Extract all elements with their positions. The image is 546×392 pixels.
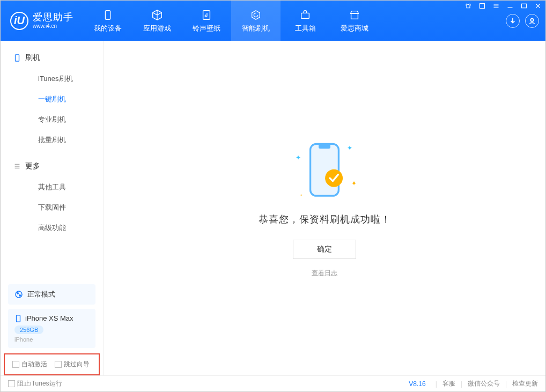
link-update[interactable]: 检查更新 xyxy=(512,379,538,388)
device-type: iPhone xyxy=(14,336,89,343)
nav-label: 智能刷机 xyxy=(242,24,270,33)
mode-label: 正常模式 xyxy=(27,290,55,299)
svg-rect-13 xyxy=(319,144,330,149)
sidebar-item-oneclick[interactable]: 一键刷机 xyxy=(13,89,103,109)
status-bar: 阻止iTunes运行 V8.16 | 客服 | 微信公众号 | 检查更新 xyxy=(1,375,545,391)
flash-options: 自动激活 跳过向导 xyxy=(4,353,100,375)
svg-rect-11 xyxy=(17,315,20,321)
logo-icon: iU xyxy=(10,12,28,30)
device-capacity: 256GB xyxy=(14,326,43,334)
nav-tab-flash[interactable]: 智能刷机 xyxy=(231,1,281,41)
close-icon[interactable] xyxy=(534,2,542,10)
app-logo: iU 爱思助手 www.i4.cn xyxy=(1,1,83,41)
nav-tab-toolbox[interactable]: 工具箱 xyxy=(281,1,330,41)
version-label: V8.16 xyxy=(409,380,425,388)
sidebar-item-advanced[interactable]: 高级功能 xyxy=(13,218,103,238)
sidebar-item-firmware[interactable]: 下载固件 xyxy=(13,197,103,218)
success-illustration: ✦✦✦✦ xyxy=(292,139,357,203)
device-info[interactable]: iPhone XS Max 256GB iPhone xyxy=(8,309,95,348)
menu-icon[interactable] xyxy=(492,2,500,10)
toolbox-icon xyxy=(299,9,312,21)
nav-label: 我的设备 xyxy=(94,24,122,33)
sidebar-section-label: 更多 xyxy=(25,161,40,171)
svg-rect-0 xyxy=(480,4,485,9)
mode-icon xyxy=(14,290,23,299)
maximize-icon[interactable] xyxy=(520,2,528,10)
svg-rect-7 xyxy=(16,55,19,61)
main-content: ✦✦✦✦ 恭喜您，保资料刷机成功啦！ 确定 查看日志 xyxy=(104,41,545,375)
link-wechat[interactable]: 微信公众号 xyxy=(468,379,500,388)
square-icon[interactable] xyxy=(478,2,486,10)
svg-rect-5 xyxy=(351,13,358,19)
ok-button[interactable]: 确定 xyxy=(293,240,356,259)
sidebar-item-pro[interactable]: 专业刷机 xyxy=(13,109,103,130)
cube-icon xyxy=(151,9,164,21)
nav-label: 应用游戏 xyxy=(143,24,171,33)
svg-rect-4 xyxy=(301,13,309,18)
nav-label: 工具箱 xyxy=(295,24,316,33)
link-service[interactable]: 客服 xyxy=(442,379,455,388)
nav-label: 铃声壁纸 xyxy=(193,24,220,33)
svg-point-10 xyxy=(19,294,21,297)
download-icon[interactable] xyxy=(506,14,520,28)
app-title: 爱思助手 xyxy=(33,12,73,23)
nav-tab-device[interactable]: 我的设备 xyxy=(83,1,132,41)
sidebar-section-more: 更多 xyxy=(13,156,103,177)
window-controls xyxy=(464,2,542,10)
svg-point-8 xyxy=(16,291,22,298)
nav-tab-ringtone[interactable]: 铃声壁纸 xyxy=(182,1,231,41)
nav-tab-store[interactable]: 爱思商城 xyxy=(330,1,379,41)
shirt-icon[interactable] xyxy=(464,2,472,10)
svg-point-9 xyxy=(17,292,19,294)
view-log-link[interactable]: 查看日志 xyxy=(312,269,337,278)
sidebar-item-othertools[interactable]: 其他工具 xyxy=(13,177,103,197)
svg-point-6 xyxy=(530,18,533,21)
sidebar: 刷机 iTunes刷机 一键刷机 专业刷机 批量刷机 更多 其他工具 下载固件 … xyxy=(1,41,104,375)
device-name-label: iPhone XS Max xyxy=(25,314,73,322)
svg-rect-3 xyxy=(203,10,210,19)
sync-icon xyxy=(249,9,262,21)
svg-point-14 xyxy=(325,169,343,187)
phone-icon xyxy=(14,315,22,322)
music-icon xyxy=(200,9,213,21)
nav-tabs: 我的设备 应用游戏 铃声壁纸 智能刷机 工具箱 爱思商城 xyxy=(83,1,379,41)
minimize-icon[interactable] xyxy=(506,2,514,10)
sidebar-section-flash: 刷机 xyxy=(13,47,103,69)
sidebar-item-itunes[interactable]: iTunes刷机 xyxy=(13,69,103,89)
sidebar-item-batch[interactable]: 批量刷机 xyxy=(13,130,103,150)
svg-rect-1 xyxy=(522,4,527,8)
svg-rect-2 xyxy=(105,10,110,19)
app-header: iU 爱思助手 www.i4.cn 我的设备 应用游戏 铃声壁纸 智能刷机 工具… xyxy=(1,1,545,41)
success-message: 恭喜您，保资料刷机成功啦！ xyxy=(259,213,391,226)
device-icon xyxy=(101,9,114,21)
user-icon[interactable] xyxy=(525,14,539,28)
sidebar-section-label: 刷机 xyxy=(25,53,40,63)
list-icon xyxy=(13,162,21,170)
device-mode[interactable]: 正常模式 xyxy=(8,284,95,305)
store-icon xyxy=(348,9,361,21)
nav-tab-apps[interactable]: 应用游戏 xyxy=(132,1,182,41)
app-subtitle: www.i4.cn xyxy=(33,23,73,29)
nav-label: 爱思商城 xyxy=(341,24,368,33)
checkbox-block-itunes[interactable]: 阻止iTunes运行 xyxy=(8,379,62,388)
checkbox-skip-guide[interactable]: 跳过向导 xyxy=(55,360,90,369)
checkbox-auto-activate[interactable]: 自动激活 xyxy=(12,360,47,369)
phone-icon xyxy=(13,54,21,62)
